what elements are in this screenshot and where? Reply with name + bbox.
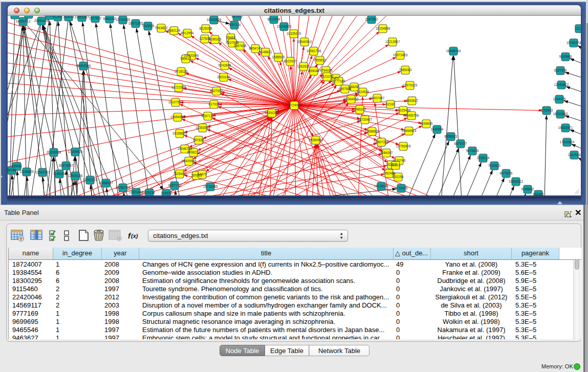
svg-text:16154838: 16154838 (376, 27, 390, 30)
svg-text:1244415: 1244415 (553, 97, 566, 101)
svg-text:587834: 587834 (193, 138, 204, 142)
svg-text:129234: 129234 (144, 191, 155, 194)
svg-text:7515526: 7515526 (142, 24, 155, 28)
svg-text:8186328: 8186328 (209, 37, 222, 41)
svg-text:9227349: 9227349 (554, 69, 567, 72)
svg-text:17359924: 17359924 (68, 150, 83, 154)
svg-text:17016504: 17016504 (560, 140, 575, 144)
svg-text:2718126: 2718126 (175, 70, 188, 73)
svg-text:1952489: 1952489 (383, 171, 396, 175)
svg-text:10025438: 10025438 (396, 108, 411, 112)
svg-text:10607487: 10607487 (370, 96, 385, 100)
svg-text:12975115: 12975115 (403, 83, 417, 87)
svg-text:95466: 95466 (226, 36, 235, 39)
svg-text:9660124: 9660124 (168, 29, 181, 32)
svg-text:1733426: 1733426 (395, 186, 408, 190)
svg-text:6466160: 6466160 (103, 17, 116, 20)
svg-text:19218506: 19218506 (277, 25, 292, 28)
svg-text:16409948: 16409948 (182, 159, 197, 163)
svg-text:39159: 39159 (8, 168, 16, 172)
svg-text:9242848: 9242848 (219, 63, 231, 67)
svg-text:16648784: 16648784 (446, 49, 461, 53)
svg-text:10973493: 10973493 (393, 53, 408, 57)
svg-text:9474444: 9474444 (466, 149, 479, 152)
svg-text:9084067: 9084067 (380, 151, 393, 155)
svg-text:1362615: 1362615 (297, 64, 310, 68)
svg-text:8958923: 8958923 (445, 135, 458, 138)
svg-text:7632621: 7632621 (488, 164, 501, 167)
svg-text:946362: 946362 (533, 192, 544, 196)
svg-text:19654983: 19654983 (170, 115, 185, 119)
svg-text:9463627: 9463627 (406, 99, 419, 102)
svg-text:9794028: 9794028 (320, 69, 333, 72)
svg-text:11156829: 11156829 (19, 170, 34, 173)
svg-text:1284: 1284 (54, 16, 62, 18)
svg-text:14055712: 14055712 (16, 19, 31, 23)
svg-text:(x): (x) (131, 233, 138, 239)
svg-text:2967608: 2967608 (234, 44, 247, 48)
svg-text:19166825: 19166825 (172, 132, 187, 135)
svg-text:11212: 11212 (391, 163, 400, 167)
svg-text:20691406: 20691406 (34, 19, 49, 23)
svg-text:3624534: 3624534 (357, 90, 369, 94)
svg-text:11174: 11174 (575, 27, 581, 30)
svg-text:7955812: 7955812 (314, 58, 326, 62)
svg-text:18300295: 18300295 (265, 111, 279, 115)
svg-text:14138141: 14138141 (374, 184, 389, 188)
svg-text:20364436: 20364436 (344, 97, 359, 101)
svg-text:18724007: 18724007 (287, 103, 302, 107)
svg-text:8267130: 8267130 (202, 114, 214, 118)
svg-text:16053809: 16053809 (207, 18, 222, 21)
svg-text:7625402: 7625402 (173, 172, 186, 176)
svg-text:1807: 1807 (11, 16, 19, 16)
svg-text:12842737: 12842737 (35, 170, 50, 174)
svg-text:12213967: 12213967 (385, 40, 400, 43)
svg-text:9699695: 9699695 (420, 122, 433, 125)
svg-text:8427552: 8427552 (210, 89, 223, 93)
svg-text:20206538: 20206538 (47, 150, 61, 154)
svg-text:2935114: 2935114 (477, 156, 490, 160)
svg-text:19692971: 19692971 (558, 126, 573, 129)
svg-text:11923448: 11923448 (129, 190, 143, 194)
svg-text:28053346: 28053346 (76, 64, 91, 68)
svg-text:881305: 881305 (231, 16, 243, 18)
svg-text:1120746: 1120746 (393, 159, 406, 162)
svg-text:1527602: 1527602 (89, 16, 102, 20)
svg-text:15751074: 15751074 (567, 41, 581, 45)
svg-text:7857224: 7857224 (228, 23, 241, 27)
svg-text:9146821: 9146821 (259, 50, 272, 54)
svg-text:12505135: 12505135 (68, 174, 83, 178)
svg-text:15720407: 15720407 (358, 118, 373, 121)
svg-text:9777169: 9777169 (333, 79, 345, 83)
svg-text:7663822: 7663822 (155, 26, 168, 30)
svg-text:12213369: 12213369 (171, 85, 186, 89)
svg-text:10653287: 10653287 (75, 16, 90, 19)
svg-text:989612: 989612 (180, 57, 191, 60)
svg-text:15640910: 15640910 (297, 40, 312, 43)
svg-text:1145194: 1145194 (53, 172, 66, 176)
svg-text:12093822: 12093822 (554, 83, 569, 86)
svg-text:6879197: 6879197 (454, 142, 467, 145)
svg-text:160538: 160538 (44, 16, 55, 17)
svg-text:9329966: 9329966 (559, 55, 572, 58)
svg-text:11353594: 11353594 (195, 126, 210, 129)
svg-text:16210643: 16210643 (553, 112, 568, 116)
svg-text:8813054: 8813054 (268, 17, 280, 21)
svg-text:19384554: 19384554 (309, 138, 323, 142)
svg-text:2803144: 2803144 (217, 75, 230, 79)
svg-text:192013: 192013 (63, 16, 74, 18)
svg-text:8226058: 8226058 (200, 27, 212, 30)
svg-text:9657771: 9657771 (168, 184, 181, 187)
svg-text:2087682: 2087682 (365, 17, 378, 21)
svg-text:11325419: 11325419 (287, 32, 301, 35)
svg-text:8215933: 8215933 (540, 108, 553, 112)
svg-text:10719155: 10719155 (116, 18, 130, 21)
svg-text:8322037: 8322037 (284, 59, 297, 63)
svg-text:16671355: 16671355 (128, 21, 143, 25)
svg-text:252254: 252254 (393, 175, 404, 179)
svg-text:10688609: 10688609 (365, 129, 380, 133)
svg-text:16107552: 16107552 (168, 100, 183, 104)
svg-text:1588520: 1588520 (272, 55, 285, 59)
svg-text:10654112: 10654112 (509, 180, 523, 183)
svg-text:1167534: 1167534 (568, 153, 581, 157)
